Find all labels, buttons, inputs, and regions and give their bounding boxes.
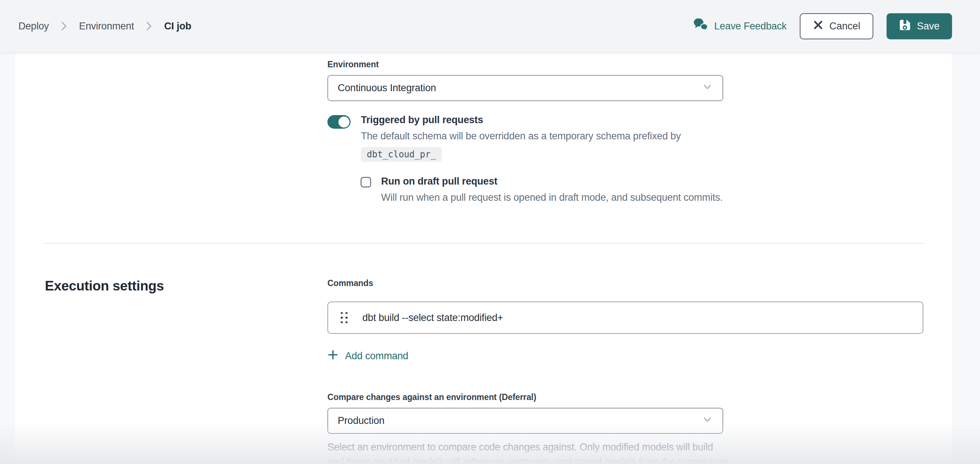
pr-trigger-toggle[interactable] bbox=[328, 115, 351, 129]
environment-select[interactable]: Continuous Integration bbox=[328, 75, 723, 101]
deferral-select[interactable]: Production bbox=[328, 408, 723, 434]
draft-pr-checkbox[interactable] bbox=[361, 177, 371, 188]
commands-label: Commands bbox=[328, 278, 923, 288]
deferral-label: Compare changes against an environment (… bbox=[328, 392, 923, 402]
plus-icon bbox=[328, 349, 339, 363]
breadcrumb-item-deploy[interactable]: Deploy bbox=[18, 21, 49, 32]
deferral-help-text: Select an environment to compare code ch… bbox=[328, 440, 729, 464]
environment-select-value: Continuous Integration bbox=[338, 83, 436, 94]
pr-trigger-description: The default schema will be overridden as… bbox=[361, 129, 681, 143]
deferral-select-value: Production bbox=[338, 415, 384, 426]
execution-settings-heading: Execution settings bbox=[45, 278, 328, 464]
draft-pr-title: Run on draft pull request bbox=[381, 176, 723, 187]
command-row[interactable]: dbt build --select state:modified+ bbox=[328, 302, 923, 334]
add-command-button[interactable]: Add command bbox=[328, 349, 408, 363]
trigger-settings-section: Environment Continuous Integration Trigg… bbox=[328, 60, 923, 205]
chevron-down-icon bbox=[702, 81, 713, 95]
header-actions: Leave Feedback Cancel Save bbox=[694, 13, 952, 39]
breadcrumb: Deploy Environment CI job bbox=[18, 21, 191, 32]
settings-card: Environment Continuous Integration Trigg… bbox=[15, 52, 952, 464]
save-icon bbox=[899, 19, 911, 33]
draft-pr-description: Will run when a pull request is opened i… bbox=[381, 190, 723, 205]
chevron-down-icon bbox=[702, 414, 713, 427]
chat-bubbles-icon bbox=[694, 18, 709, 35]
close-icon bbox=[813, 20, 823, 33]
drag-handle-icon[interactable] bbox=[340, 312, 348, 324]
chevron-right-icon bbox=[145, 21, 153, 32]
command-text: dbt build --select state:modified+ bbox=[362, 312, 503, 324]
breadcrumb-item-ci-job: CI job bbox=[164, 21, 191, 32]
cancel-button[interactable]: Cancel bbox=[800, 13, 873, 39]
pr-trigger-title: Triggered by pull requests bbox=[361, 114, 681, 126]
add-command-label: Add command bbox=[345, 350, 408, 362]
top-bar: Deploy Environment CI job Leave Feedback bbox=[0, 0, 980, 52]
environment-label: Environment bbox=[328, 60, 923, 70]
draft-pr-row: Run on draft pull request Will run when … bbox=[361, 176, 923, 205]
leave-feedback-link[interactable]: Leave Feedback bbox=[694, 18, 787, 35]
save-button-label: Save bbox=[917, 21, 940, 32]
save-button[interactable]: Save bbox=[886, 13, 952, 39]
execution-settings-section: Execution settings Commands dbt build --… bbox=[45, 244, 923, 464]
chevron-right-icon bbox=[60, 21, 68, 32]
leave-feedback-label: Leave Feedback bbox=[714, 21, 787, 32]
cancel-button-label: Cancel bbox=[829, 21, 860, 32]
toggle-knob bbox=[339, 116, 350, 127]
pr-trigger-row: Triggered by pull requests The default s… bbox=[328, 114, 923, 162]
schema-prefix-code: dbt_cloud_pr_ bbox=[361, 147, 442, 162]
breadcrumb-item-environment[interactable]: Environment bbox=[79, 21, 134, 32]
